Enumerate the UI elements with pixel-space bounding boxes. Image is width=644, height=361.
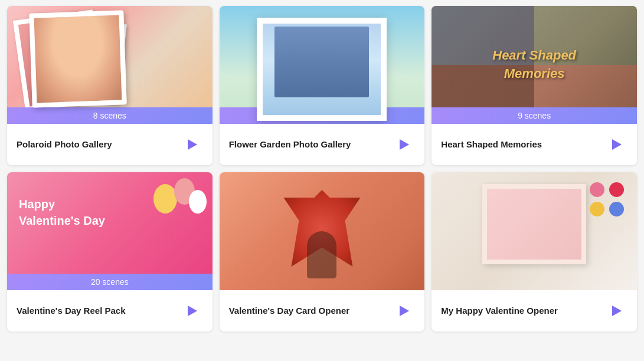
card-valentines-day-card-opener: Valentine's Day Card Opener xyxy=(220,172,425,332)
scenes-badge-heart: 9 scenes xyxy=(431,107,637,124)
card-title-happy-val: My Happy Valentine Opener xyxy=(441,305,606,317)
thumbnail-polaroid[interactable]: 8 scenes xyxy=(7,6,213,124)
card-info-card-opener: Valentine's Day Card Opener xyxy=(220,290,425,332)
card-title-valentine: Valentine's Day Reel Pack xyxy=(17,305,182,317)
card-opener-figure xyxy=(307,231,336,278)
balloon-yellow xyxy=(153,184,177,214)
play-button-valentine[interactable] xyxy=(182,300,203,321)
play-button-card-opener[interactable] xyxy=(394,300,415,321)
play-icon-heart xyxy=(612,139,622,150)
play-icon-card-opener xyxy=(400,306,409,316)
play-button-polaroid[interactable] xyxy=(182,134,203,155)
card-heart-shaped-memories: 9 scenes Heart Shaped Memories xyxy=(431,6,637,165)
card-title-flower: Flower Garden Photo Gallery xyxy=(229,139,394,150)
card-flower-garden-photo-gallery: 40 scenes Flower Garden Photo Gallery xyxy=(220,6,425,165)
heart-photo1 xyxy=(431,6,534,65)
play-icon-happy-val xyxy=(612,306,622,316)
gallery-grid: 8 scenes Polaroid Photo Gallery 40 scene… xyxy=(0,0,644,337)
card-info-flower: Flower Garden Photo Gallery xyxy=(220,124,425,165)
thumbnail-heart[interactable]: 9 scenes xyxy=(431,6,637,124)
card-valentines-day-reel-pack: 20 scenes Valentine's Day Reel Pack xyxy=(7,172,213,332)
scenes-badge-flower: 40 scenes xyxy=(220,107,425,124)
play-button-heart[interactable] xyxy=(606,134,627,155)
heart-ball-red xyxy=(609,182,624,197)
card-my-happy-valentine-opener: My Happy Valentine Opener xyxy=(431,172,637,332)
thumbnail-flower[interactable]: 40 scenes xyxy=(220,6,425,124)
card-title-card-opener: Valentine's Day Card Opener xyxy=(229,305,394,317)
play-button-flower[interactable] xyxy=(394,134,415,155)
thumbnail-happy-val[interactable] xyxy=(431,172,637,290)
heart-ball-purple xyxy=(590,182,604,197)
heart-ball-blue xyxy=(609,202,624,216)
card-info-polaroid: Polaroid Photo Gallery xyxy=(7,124,213,165)
play-icon-polaroid xyxy=(188,139,197,150)
card-info-valentine: Valentine's Day Reel Pack xyxy=(7,290,213,332)
card-info-happy-val: My Happy Valentine Opener xyxy=(431,290,637,332)
polaroid-face-overlay xyxy=(29,10,126,107)
heart-ball-yellow xyxy=(590,202,604,216)
card-title-polaroid: Polaroid Photo Gallery xyxy=(17,139,182,150)
play-button-happy-val[interactable] xyxy=(606,300,627,321)
play-icon-valentine xyxy=(188,306,197,316)
thumbnail-valentine[interactable]: 20 scenes xyxy=(7,172,213,290)
play-icon-flower xyxy=(400,139,409,150)
card-title-heart: Heart Shaped Memories xyxy=(441,139,606,150)
card-info-heart: Heart Shaped Memories xyxy=(431,124,637,165)
balloon-white xyxy=(189,190,207,214)
card-polaroid-photo-gallery: 8 scenes Polaroid Photo Gallery xyxy=(7,6,213,165)
scenes-badge-polaroid: 8 scenes xyxy=(7,107,213,124)
happy-val-hearts xyxy=(589,181,625,220)
flower-family-silhouette xyxy=(274,27,369,97)
thumbnail-card-opener[interactable] xyxy=(220,172,425,290)
heart-photo2 xyxy=(534,6,637,65)
gallery-container: 8 scenes Polaroid Photo Gallery 40 scene… xyxy=(0,0,644,337)
scenes-badge-valentine: 20 scenes xyxy=(7,274,213,290)
